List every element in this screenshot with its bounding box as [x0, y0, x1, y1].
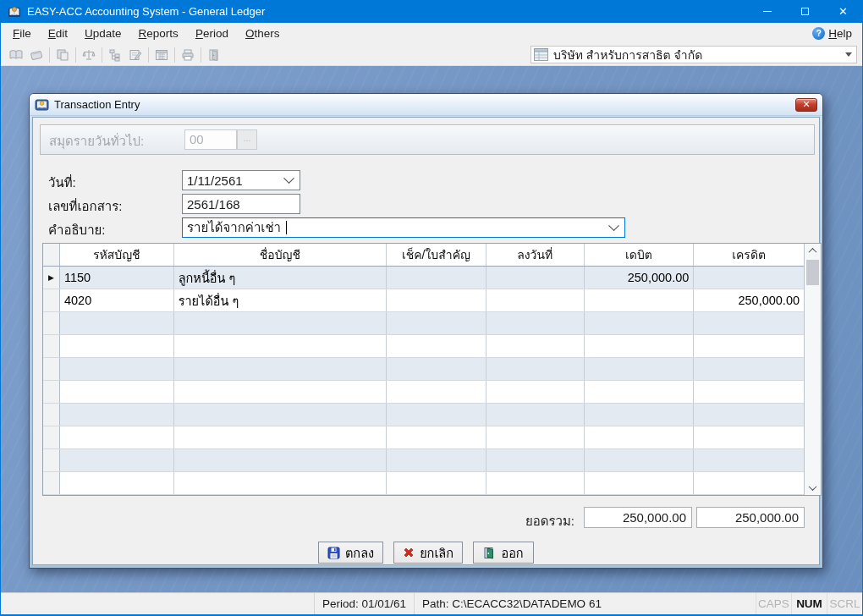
row-selector[interactable] [43, 289, 60, 311]
grid-cell[interactable] [585, 312, 695, 334]
scrollbar-thumb[interactable] [806, 260, 819, 285]
grid-cell[interactable] [60, 335, 174, 357]
menu-item-update[interactable]: Update [76, 23, 130, 44]
table-row[interactable] [43, 404, 804, 426]
grid-cell[interactable] [694, 335, 804, 357]
grid-cell[interactable] [486, 426, 585, 448]
grid-cell[interactable] [486, 267, 585, 289]
grid-cell[interactable]: รายได้อื่น ๆ [174, 289, 387, 311]
grid-cell[interactable] [174, 312, 387, 334]
grid-cell[interactable] [387, 404, 486, 426]
grid-cell[interactable] [486, 472, 585, 494]
menu-item-help[interactable]: ? Help [812, 27, 859, 40]
grid-cell[interactable] [585, 289, 695, 311]
grid-cell[interactable] [694, 381, 804, 403]
row-selector[interactable]: ▶ [43, 267, 60, 289]
grid-cell[interactable] [174, 449, 387, 471]
scroll-up-button[interactable] [805, 244, 821, 258]
grid-cell[interactable] [174, 335, 387, 357]
grid-cell[interactable] [694, 312, 804, 334]
row-selector[interactable] [43, 404, 60, 426]
grid-cell[interactable] [585, 381, 695, 403]
grid-cell[interactable] [60, 358, 174, 380]
row-selector[interactable] [43, 312, 60, 334]
vertical-scrollbar[interactable] [804, 244, 821, 495]
grid-cell[interactable] [694, 449, 804, 471]
menu-item-edit[interactable]: Edit [40, 23, 76, 44]
grid-cell[interactable] [486, 381, 585, 403]
grid-cell[interactable] [387, 449, 486, 471]
grid-cell[interactable] [486, 358, 585, 380]
grid-cell[interactable]: ลูกหนี้อื่น ๆ [174, 267, 387, 289]
grid-column-header[interactable]: ชื่อบัญชี [174, 244, 387, 266]
description-combobox[interactable]: รายได้จากค่าเช่า [182, 217, 625, 238]
calendar-icon[interactable] [151, 46, 172, 64]
row-selector[interactable] [43, 472, 60, 494]
dialog-close-button[interactable]: ✕ [795, 98, 817, 112]
grid-column-header[interactable]: ลงวันที่ [486, 244, 585, 266]
grid-cell[interactable] [174, 358, 387, 380]
grid-cell[interactable]: 4020 [60, 289, 174, 311]
exit-button[interactable]: ออก [473, 542, 534, 564]
grid-cell[interactable] [486, 404, 585, 426]
row-selector[interactable] [43, 381, 60, 403]
grid-cell[interactable] [585, 404, 695, 426]
ledger-book-icon[interactable] [6, 46, 26, 64]
edit-document-icon[interactable] [125, 46, 146, 64]
table-row[interactable] [43, 381, 804, 404]
grid-cell[interactable]: 250,000.00 [585, 267, 695, 289]
ok-button[interactable]: ตกลง [318, 542, 383, 564]
grid-cell[interactable] [486, 449, 585, 471]
grid-cell[interactable] [387, 381, 486, 403]
row-selector[interactable] [43, 335, 60, 357]
grid-cell[interactable] [60, 312, 174, 334]
copy-icon[interactable] [52, 46, 73, 64]
grid-column-header[interactable]: เดบิต [585, 244, 695, 266]
grid-cell[interactable] [387, 267, 486, 289]
maximize-button[interactable] [786, 0, 824, 23]
table-row[interactable]: 4020รายได้อื่น ๆ250,000.00 [43, 289, 804, 312]
grid-column-header[interactable]: เครดิต [694, 244, 804, 266]
grid-cell[interactable] [60, 472, 174, 494]
document-number-input[interactable]: 2561/168 [182, 194, 300, 214]
grid-cell[interactable] [60, 381, 174, 403]
grid-column-header[interactable]: รหัสบัญชี [60, 244, 174, 266]
menu-item-reports[interactable]: Reports [130, 23, 187, 44]
company-selector[interactable]: บริษัท สำหรับการสาธิต จำกัด [530, 46, 857, 63]
minimize-button[interactable] [748, 0, 786, 23]
grid-cell[interactable] [694, 404, 804, 426]
grid-cell[interactable] [60, 449, 174, 471]
menu-item-file[interactable]: File [4, 23, 40, 44]
grid-cell[interactable] [585, 358, 695, 380]
grid-cell[interactable] [585, 449, 695, 471]
printer-icon[interactable] [178, 46, 198, 64]
grid-cell[interactable] [174, 381, 387, 403]
table-row[interactable] [43, 472, 804, 495]
row-selector[interactable] [43, 426, 60, 448]
table-row[interactable]: ▶1150ลูกหนี้อื่น ๆ250,000.00 [43, 267, 804, 289]
balance-scale-icon[interactable] [79, 46, 99, 64]
table-row[interactable] [43, 449, 804, 472]
chart-of-accounts-icon[interactable] [105, 46, 125, 64]
grid-column-header[interactable]: เช็ค/ใบสำคัญ [387, 244, 486, 266]
grid-cell[interactable] [694, 426, 804, 448]
grid-cell[interactable] [174, 404, 387, 426]
grid-cell[interactable] [387, 312, 486, 334]
grid-cell[interactable] [60, 426, 174, 448]
grid-cell[interactable] [387, 426, 486, 448]
grid-cell[interactable] [486, 289, 585, 311]
date-combobox[interactable]: 1/11/2561 [182, 170, 300, 190]
row-selector[interactable] [43, 358, 60, 380]
grid-cell[interactable] [585, 426, 695, 448]
grid-cell[interactable] [387, 289, 486, 311]
grid-cell[interactable] [585, 335, 695, 357]
grid-cell[interactable] [694, 358, 804, 380]
grid-cell[interactable] [387, 335, 486, 357]
grid-cell[interactable] [174, 426, 387, 448]
grid-cell[interactable]: 1150 [60, 267, 174, 289]
journal-icon[interactable] [26, 46, 47, 64]
dialog-titlebar[interactable]: Transaction Entry ✕ [30, 94, 822, 116]
close-button[interactable]: ✕ [824, 0, 862, 23]
grid-cell[interactable] [174, 472, 387, 494]
cancel-button[interactable]: ยกเลิก [393, 542, 463, 564]
